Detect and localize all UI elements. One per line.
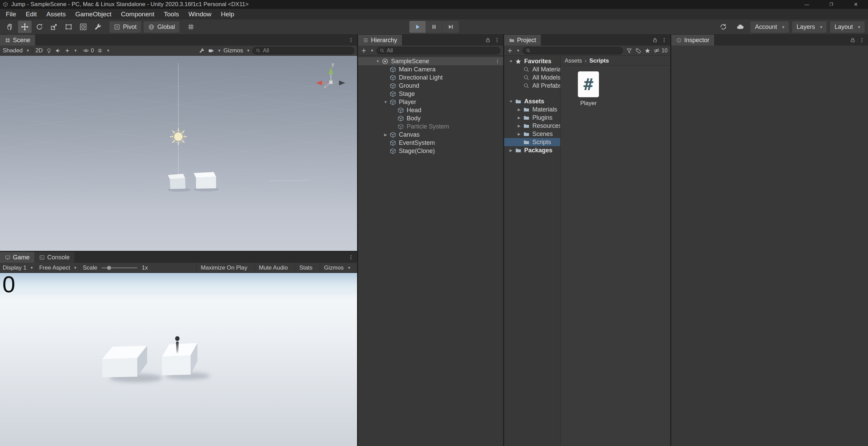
account-dropdown[interactable]: Account (750, 21, 789, 33)
project-item-scenes[interactable]: Scenes (504, 130, 560, 138)
audio-toggle-icon[interactable] (55, 48, 61, 54)
transform-tool-button[interactable] (76, 21, 90, 33)
hierarchy-item-stage-clone[interactable]: Stage(Clone) (358, 147, 503, 155)
hierarchy-search-input[interactable]: All (376, 47, 500, 54)
game-viewport[interactable]: 0 (0, 273, 357, 446)
scale-tool-button[interactable] (47, 21, 61, 33)
menu-edit[interactable]: Edit (21, 9, 42, 19)
view-tool-button[interactable] (3, 21, 17, 33)
hierarchy-item-body[interactable]: Body (358, 114, 503, 122)
lock-icon[interactable] (485, 37, 491, 43)
kebab-menu-icon[interactable] (348, 255, 354, 260)
hierarchy-item-directional-light[interactable]: Directional Light (358, 73, 503, 82)
2d-toggle-button[interactable]: 2D (35, 47, 43, 54)
hierarchy-item-particle-system[interactable]: Particle System (358, 122, 503, 131)
rotate-tool-button[interactable] (33, 21, 46, 33)
kebab-menu-icon[interactable] (494, 37, 500, 43)
search-by-label-icon[interactable] (635, 48, 641, 54)
tab-project[interactable]: Project (504, 35, 541, 46)
mute-audio-button[interactable]: Mute Audio (254, 263, 292, 273)
aspect-ratio-dropdown[interactable]: Free Aspect (39, 264, 76, 271)
kebab-menu-icon[interactable] (348, 37, 354, 43)
tab-scene[interactable]: Scene (0, 35, 35, 46)
restore-button[interactable] (819, 0, 844, 9)
minimize-button[interactable] (795, 0, 819, 9)
foldout-icon[interactable] (382, 100, 390, 104)
foldout-icon[interactable] (382, 133, 390, 137)
hidden-packages-toggle[interactable]: 10 (654, 48, 668, 54)
search-by-type-icon[interactable] (626, 48, 632, 54)
move-tool-button[interactable] (18, 21, 32, 33)
rect-tool-button[interactable] (62, 21, 75, 33)
custom-tool-button[interactable] (91, 21, 105, 33)
cloud-services-button[interactable] (733, 21, 747, 33)
save-search-icon[interactable] (644, 48, 651, 54)
tool-settings-icon[interactable] (199, 48, 205, 54)
grid-visibility-dropdown[interactable] (97, 48, 109, 54)
project-content-area[interactable]: # Player (561, 66, 670, 446)
foldout-icon[interactable] (507, 148, 515, 153)
create-object-button[interactable] (361, 48, 373, 54)
hierarchy-item-main-camera[interactable]: Main Camera (358, 65, 503, 73)
foldout-icon[interactable] (515, 116, 523, 120)
foldout-icon[interactable] (507, 99, 515, 103)
pivot-toggle-button[interactable]: Pivot (109, 21, 141, 33)
slider-knob[interactable] (107, 266, 111, 270)
menu-tools[interactable]: Tools (159, 9, 183, 19)
hierarchy-item-player[interactable]: Player (358, 98, 503, 106)
project-search-input[interactable] (522, 47, 623, 54)
stats-button[interactable]: Stats (295, 263, 317, 273)
menu-assets[interactable]: Assets (41, 9, 70, 19)
gizmos-dropdown[interactable]: Gizmos (224, 47, 249, 54)
project-item-all-prefabs[interactable]: All Prefabs (504, 82, 560, 90)
project-item-assets[interactable]: Assets (504, 97, 560, 105)
foldout-icon[interactable] (507, 59, 515, 63)
tab-game[interactable]: Game (0, 252, 34, 263)
layout-dropdown[interactable]: Layout (830, 21, 865, 33)
layers-dropdown[interactable]: Layers (792, 21, 827, 33)
hierarchy-item-canvas[interactable]: Canvas (358, 131, 503, 139)
global-toggle-button[interactable]: Global (144, 21, 179, 33)
foldout-icon[interactable] (515, 124, 523, 128)
kebab-menu-icon[interactable] (859, 37, 865, 43)
asset-item-player[interactable]: # Player (569, 71, 607, 107)
scale-slider[interactable] (102, 268, 137, 268)
foldout-icon[interactable] (374, 59, 382, 63)
step-button[interactable] (443, 21, 459, 33)
project-item-all-materials[interactable]: All Materials (504, 65, 560, 73)
maximize-on-play-button[interactable]: Maximize On Play (196, 263, 251, 273)
tab-console[interactable]: Console (34, 252, 74, 263)
project-item-materials[interactable]: Materials (504, 105, 560, 114)
project-item-favorites[interactable]: Favorites (504, 57, 560, 65)
hierarchy-item-samplescene[interactable]: SampleScene (358, 57, 503, 65)
shading-mode-dropdown[interactable]: Shaded (3, 47, 29, 54)
lock-icon[interactable] (850, 37, 855, 43)
scene-visibility-toggle[interactable]: 0 (83, 48, 94, 54)
menu-gameobject[interactable]: GameObject (70, 9, 116, 19)
kebab-menu-icon[interactable] (495, 59, 500, 64)
kebab-menu-icon[interactable] (661, 37, 667, 43)
project-item-all-models[interactable]: All Models (504, 73, 560, 82)
menu-component[interactable]: Component (116, 9, 159, 19)
foldout-icon[interactable] (515, 107, 523, 112)
camera-settings-dropdown[interactable] (208, 48, 220, 54)
hierarchy-item-ground[interactable]: Ground (358, 82, 503, 90)
lock-icon[interactable] (652, 37, 658, 43)
play-button[interactable] (409, 21, 426, 33)
hierarchy-item-eventsystem[interactable]: EventSystem (358, 139, 503, 147)
menu-window[interactable]: Window (184, 9, 216, 19)
lighting-toggle-icon[interactable] (46, 48, 52, 54)
foldout-icon[interactable] (515, 132, 523, 136)
project-item-resources[interactable]: Resources (504, 122, 560, 130)
close-button[interactable] (844, 0, 868, 9)
menu-help[interactable]: Help (216, 9, 239, 19)
display-dropdown[interactable]: Display 1 (3, 264, 33, 271)
menu-file[interactable]: File (1, 9, 21, 19)
grid-snapping-button[interactable] (184, 21, 198, 33)
pause-button[interactable] (426, 21, 442, 33)
create-asset-button[interactable] (507, 48, 519, 54)
project-item-plugins[interactable]: Plugins (504, 114, 560, 122)
hierarchy-item-stage[interactable]: Stage (358, 90, 503, 98)
scene-viewport[interactable]: y (0, 56, 357, 251)
project-item-packages[interactable]: Packages (504, 146, 560, 154)
